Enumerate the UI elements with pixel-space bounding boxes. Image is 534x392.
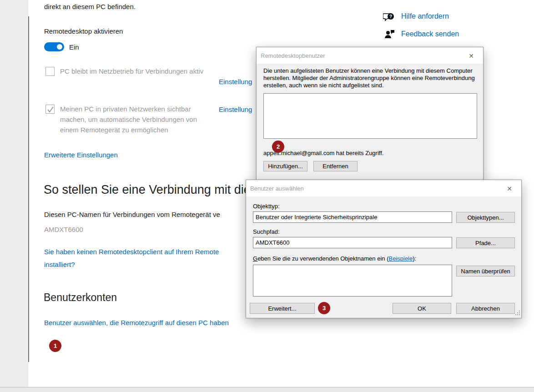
object-names-textarea[interactable] — [253, 265, 452, 297]
annotation-badge-1: 1 — [49, 340, 61, 352]
search-path-field[interactable]: AMDXT6600 — [253, 237, 452, 248]
svg-text:?: ? — [389, 14, 392, 19]
paths-button[interactable]: Pfade... — [456, 237, 515, 248]
remote-desktop-toggle-label: Remotedesktop aktivieren — [44, 26, 123, 36]
checkmark-icon — [46, 105, 55, 114]
close-icon[interactable]: ✕ — [466, 51, 477, 60]
client-help-link-line1[interactable]: Sie haben keinen Remotedesktopclient auf… — [44, 247, 219, 257]
get-help-link[interactable]: Hilfe anfordern — [401, 12, 449, 20]
pc-name-value: AMDXT6600 — [44, 225, 83, 235]
discoverable-checkbox[interactable] — [45, 105, 55, 114]
object-type-label: Objekttyp: — [253, 203, 280, 210]
toggle-knob — [57, 44, 62, 50]
ok-button[interactable]: OK — [393, 303, 451, 314]
client-help-link-line2[interactable]: installiert? — [44, 260, 75, 270]
check-names-button[interactable]: Namen überprüfen — [456, 266, 515, 276]
intro-text: direkt an diesem PC befinden. — [44, 2, 136, 12]
search-path-label: Suchpfad: — [253, 228, 280, 235]
dialog-description: Die unten aufgelisteten Benutzer können … — [263, 67, 481, 89]
annotation-badge-2: 2 — [272, 141, 284, 153]
dialog-titlebar[interactable]: Benutzer auswählen ✕ — [246, 180, 521, 196]
feedback-icon — [384, 29, 395, 42]
remote-desktop-users-dialog: Remotedesktopbenutzer ✕ Die unten aufgel… — [256, 47, 484, 182]
accelerator-letter: G — [253, 255, 257, 262]
keep-awake-checkbox[interactable] — [45, 67, 55, 76]
toggle-state-label: Ein — [69, 42, 79, 52]
left-sidebar-strip — [0, 0, 28, 392]
dialog-title: Remotedesktopbenutzer — [261, 52, 325, 59]
discoverable-settings-link[interactable]: Einstellung — [219, 105, 252, 115]
connect-heading: So stellen Sie eine Verbindung mit diese — [44, 183, 263, 197]
cancel-button[interactable]: Abbrechen — [456, 303, 515, 314]
users-list-box[interactable] — [263, 93, 477, 139]
discoverable-checkbox-label: Meinen PC in privaten Netzwerken sichtba… — [60, 104, 217, 135]
window-bottom-edge — [0, 387, 534, 392]
user-accounts-heading: Benutzerkonten — [44, 291, 117, 304]
keep-awake-checkbox-label: PC bleibt im Netzbetrieb für Verbindunge… — [60, 66, 210, 76]
object-names-label-text: eben Sie die zu verwendenden Objektnamen… — [257, 255, 388, 262]
remove-button[interactable]: Entfernen — [313, 161, 358, 171]
object-types-button[interactable]: Objekttypen... — [456, 212, 515, 223]
pc-name-description: Diesen PC-Namen für Verbindungen vom Rem… — [44, 210, 220, 220]
add-button[interactable]: Hinzufügen... — [263, 161, 307, 171]
remote-desktop-toggle[interactable] — [44, 42, 64, 51]
examples-link[interactable]: Beispiele — [388, 255, 413, 262]
select-users-dialog: Benutzer auswählen ✕ Objekttyp: Benutzer… — [246, 180, 522, 318]
annotation-badge-3: 3 — [318, 302, 330, 314]
object-names-label: Geben Sie die zu verwendenden Objektname… — [253, 255, 416, 262]
dialog-titlebar[interactable]: Remotedesktopbenutzer ✕ — [257, 47, 483, 64]
advanced-settings-link[interactable]: Erweiterte Einstellungen — [44, 150, 118, 160]
object-names-label-close: ): — [413, 255, 416, 262]
select-users-link[interactable]: Benutzer auswählen, die Remotezugriff au… — [44, 318, 229, 328]
dialog-title: Benutzer auswählen — [250, 185, 304, 192]
pane-divider-line — [28, 16, 29, 362]
close-icon[interactable]: ✕ — [504, 184, 515, 193]
object-type-field[interactable]: Benutzer oder Integrierte Sicherheitspri… — [253, 211, 452, 223]
help-icon: ? — [383, 12, 395, 25]
advanced-button[interactable]: Erweitert... — [250, 303, 315, 314]
keep-awake-settings-link[interactable]: Einstellung — [219, 77, 252, 87]
send-feedback-link[interactable]: Feedback senden — [401, 30, 459, 38]
resize-grip-icon[interactable] — [515, 310, 520, 317]
